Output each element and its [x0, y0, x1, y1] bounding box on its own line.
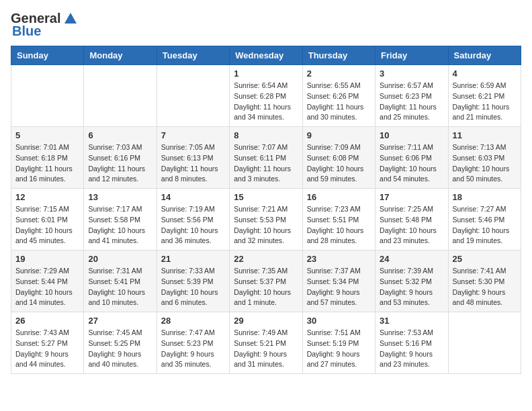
day-info: Sunrise: 7:39 AM Sunset: 5:32 PM Dayligh… — [380, 266, 443, 308]
day-number: 1 — [234, 68, 298, 79]
day-number: 11 — [453, 130, 517, 140]
day-cell: 9Sunrise: 7:09 AM Sunset: 6:08 PM Daylig… — [302, 127, 375, 189]
day-number: 17 — [380, 192, 443, 202]
day-info: Sunrise: 7:11 AM Sunset: 6:06 PM Dayligh… — [380, 142, 443, 185]
day-cell: 4Sunrise: 6:59 AM Sunset: 6:21 PM Daylig… — [448, 65, 521, 127]
day-info: Sunrise: 7:43 AM Sunset: 5:27 PM Dayligh… — [15, 328, 79, 370]
day-cell: 22Sunrise: 7:35 AM Sunset: 5:37 PM Dayli… — [230, 250, 302, 312]
day-cell: 8Sunrise: 7:07 AM Sunset: 6:11 PM Daylig… — [230, 127, 302, 189]
day-info: Sunrise: 7:29 AM Sunset: 5:44 PM Dayligh… — [15, 266, 79, 308]
day-cell: 6Sunrise: 7:03 AM Sunset: 6:16 PM Daylig… — [84, 127, 157, 189]
day-cell: 1Sunrise: 6:54 AM Sunset: 6:28 PM Daylig… — [230, 65, 302, 127]
logo-icon — [63, 11, 78, 26]
week-row-2: 12Sunrise: 7:15 AM Sunset: 6:01 PM Dayli… — [11, 189, 521, 250]
day-cell: 17Sunrise: 7:25 AM Sunset: 5:48 PM Dayli… — [375, 189, 448, 250]
day-cell: 3Sunrise: 6:57 AM Sunset: 6:23 PM Daylig… — [375, 65, 448, 127]
day-cell: 16Sunrise: 7:23 AM Sunset: 5:51 PM Dayli… — [302, 189, 375, 250]
day-number: 26 — [15, 316, 79, 326]
day-info: Sunrise: 7:03 AM Sunset: 6:16 PM Dayligh… — [88, 142, 152, 185]
header: General Blue — [11, 11, 521, 39]
day-number: 6 — [88, 130, 152, 140]
day-info: Sunrise: 7:51 AM Sunset: 5:19 PM Dayligh… — [307, 328, 371, 370]
day-info: Sunrise: 7:49 AM Sunset: 5:21 PM Dayligh… — [234, 328, 298, 370]
day-cell: 13Sunrise: 7:17 AM Sunset: 5:58 PM Dayli… — [84, 189, 157, 250]
day-number: 4 — [453, 68, 517, 79]
day-info: Sunrise: 7:15 AM Sunset: 6:01 PM Dayligh… — [15, 204, 79, 246]
calendar-header-row: SundayMondayTuesdayWednesdayThursdayFrid… — [11, 46, 521, 65]
day-info: Sunrise: 7:25 AM Sunset: 5:48 PM Dayligh… — [380, 204, 443, 246]
day-cell: 25Sunrise: 7:41 AM Sunset: 5:30 PM Dayli… — [448, 250, 521, 312]
day-cell: 26Sunrise: 7:43 AM Sunset: 5:27 PM Dayli… — [11, 312, 84, 374]
header-friday: Friday — [375, 46, 448, 65]
day-info: Sunrise: 7:35 AM Sunset: 5:37 PM Dayligh… — [234, 266, 298, 308]
day-cell: 20Sunrise: 7:31 AM Sunset: 5:41 PM Dayli… — [84, 250, 157, 312]
day-number: 14 — [161, 192, 225, 202]
day-cell: 28Sunrise: 7:47 AM Sunset: 5:23 PM Dayli… — [157, 312, 229, 374]
day-number: 9 — [307, 130, 371, 140]
day-info: Sunrise: 7:17 AM Sunset: 5:58 PM Dayligh… — [88, 204, 152, 246]
day-cell — [448, 312, 521, 374]
day-cell: 23Sunrise: 7:37 AM Sunset: 5:34 PM Dayli… — [302, 250, 375, 312]
day-cell: 30Sunrise: 7:51 AM Sunset: 5:19 PM Dayli… — [302, 312, 375, 374]
day-number: 29 — [234, 316, 298, 326]
week-row-4: 26Sunrise: 7:43 AM Sunset: 5:27 PM Dayli… — [11, 312, 521, 374]
day-cell — [11, 65, 84, 127]
day-info: Sunrise: 7:07 AM Sunset: 6:11 PM Dayligh… — [234, 142, 298, 185]
day-info: Sunrise: 7:53 AM Sunset: 5:16 PM Dayligh… — [380, 328, 443, 370]
day-cell — [84, 65, 157, 127]
day-cell: 10Sunrise: 7:11 AM Sunset: 6:06 PM Dayli… — [375, 127, 448, 189]
week-row-1: 5Sunrise: 7:01 AM Sunset: 6:18 PM Daylig… — [11, 127, 521, 189]
day-number: 7 — [161, 130, 225, 140]
header-monday: Monday — [84, 46, 157, 65]
day-number: 24 — [380, 254, 443, 264]
day-cell: 19Sunrise: 7:29 AM Sunset: 5:44 PM Dayli… — [11, 250, 84, 312]
header-saturday: Saturday — [448, 46, 521, 65]
day-info: Sunrise: 7:19 AM Sunset: 5:56 PM Dayligh… — [161, 204, 225, 246]
day-info: Sunrise: 7:21 AM Sunset: 5:53 PM Dayligh… — [234, 204, 298, 246]
day-number: 8 — [234, 130, 298, 140]
day-info: Sunrise: 6:59 AM Sunset: 6:21 PM Dayligh… — [453, 81, 517, 123]
day-info: Sunrise: 7:01 AM Sunset: 6:18 PM Dayligh… — [15, 142, 79, 185]
day-cell: 12Sunrise: 7:15 AM Sunset: 6:01 PM Dayli… — [11, 189, 84, 250]
day-info: Sunrise: 7:09 AM Sunset: 6:08 PM Dayligh… — [307, 142, 371, 185]
day-info: Sunrise: 7:33 AM Sunset: 5:39 PM Dayligh… — [161, 266, 225, 308]
day-number: 5 — [15, 130, 79, 140]
day-number: 30 — [307, 316, 371, 326]
day-number: 13 — [88, 192, 152, 202]
day-info: Sunrise: 7:23 AM Sunset: 5:51 PM Dayligh… — [307, 204, 371, 246]
day-cell: 2Sunrise: 6:55 AM Sunset: 6:26 PM Daylig… — [302, 65, 375, 127]
day-cell: 24Sunrise: 7:39 AM Sunset: 5:32 PM Dayli… — [375, 250, 448, 312]
day-cell: 21Sunrise: 7:33 AM Sunset: 5:39 PM Dayli… — [157, 250, 229, 312]
day-number: 27 — [88, 316, 152, 326]
day-info: Sunrise: 7:41 AM Sunset: 5:30 PM Dayligh… — [453, 266, 517, 308]
day-number: 3 — [380, 68, 443, 79]
week-row-3: 19Sunrise: 7:29 AM Sunset: 5:44 PM Dayli… — [11, 250, 521, 312]
day-cell: 15Sunrise: 7:21 AM Sunset: 5:53 PM Dayli… — [230, 189, 302, 250]
day-info: Sunrise: 7:27 AM Sunset: 5:46 PM Dayligh… — [453, 204, 517, 246]
day-info: Sunrise: 6:57 AM Sunset: 6:23 PM Dayligh… — [380, 81, 443, 123]
day-number: 10 — [380, 130, 443, 140]
logo: General Blue — [11, 11, 78, 39]
day-info: Sunrise: 7:47 AM Sunset: 5:23 PM Dayligh… — [161, 328, 225, 370]
day-info: Sunrise: 7:13 AM Sunset: 6:03 PM Dayligh… — [453, 142, 517, 185]
day-number: 16 — [307, 192, 371, 202]
day-number: 19 — [15, 254, 79, 264]
day-info: Sunrise: 6:54 AM Sunset: 6:28 PM Dayligh… — [234, 81, 298, 123]
week-row-0: 1Sunrise: 6:54 AM Sunset: 6:28 PM Daylig… — [11, 65, 521, 127]
day-info: Sunrise: 7:45 AM Sunset: 5:25 PM Dayligh… — [88, 328, 152, 370]
day-cell: 27Sunrise: 7:45 AM Sunset: 5:25 PM Dayli… — [84, 312, 157, 374]
day-info: Sunrise: 6:55 AM Sunset: 6:26 PM Dayligh… — [307, 81, 371, 123]
header-thursday: Thursday — [302, 46, 375, 65]
day-cell — [157, 65, 229, 127]
day-number: 25 — [453, 254, 517, 264]
day-cell: 7Sunrise: 7:05 AM Sunset: 6:13 PM Daylig… — [157, 127, 229, 189]
blue-text: Blue — [12, 24, 41, 39]
header-wednesday: Wednesday — [230, 46, 302, 65]
day-number: 20 — [88, 254, 152, 264]
day-info: Sunrise: 7:05 AM Sunset: 6:13 PM Dayligh… — [161, 142, 225, 185]
day-info: Sunrise: 7:31 AM Sunset: 5:41 PM Dayligh… — [88, 266, 152, 308]
day-cell: 5Sunrise: 7:01 AM Sunset: 6:18 PM Daylig… — [11, 127, 84, 189]
day-number: 22 — [234, 254, 298, 264]
day-number: 28 — [161, 316, 225, 326]
day-number: 18 — [453, 192, 517, 202]
